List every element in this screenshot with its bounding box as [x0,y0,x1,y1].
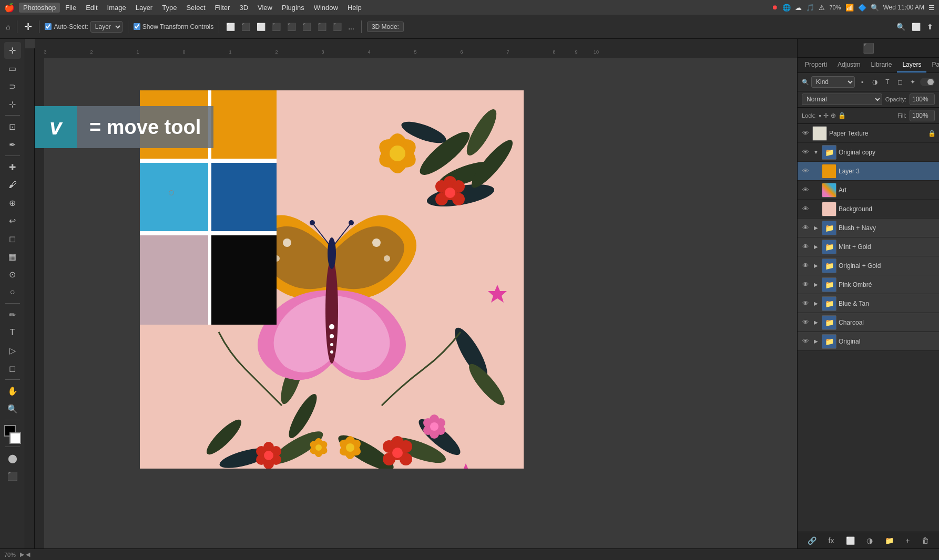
zoom-level[interactable]: 70% [4,552,16,558]
layer-visibility-toggle-blush-navy[interactable]: 👁 [801,223,810,233]
filter-text-icon[interactable]: T [882,77,893,87]
apple-menu[interactable]: 🍎 [4,3,15,13]
filter-shape-icon[interactable]: ◻ [895,77,905,87]
tool-healing[interactable]: ✚ [4,159,21,175]
filter-pixel-icon[interactable]: ▪ [857,77,867,87]
layer-item-original-gold[interactable]: 👁 ▶ 📁 Original + Gold [798,256,939,275]
tool-artboard[interactable]: ⬛ [4,468,21,484]
filter-adjust-icon[interactable]: ◑ [870,77,880,87]
menu-edit[interactable]: Edit [81,3,101,13]
tool-brush[interactable]: 🖌 [4,177,21,193]
layer-item-blush-navy[interactable]: 👁 ▶ 📁 Blush + Navy [798,219,939,237]
resize-icon[interactable]: ⬜ [910,21,922,33]
layers-list[interactable]: 👁 Paper Texture 🔒 👁 ▼ 📁 Original copy 👁 [798,124,939,532]
tool-shape[interactable]: ◻ [4,360,21,377]
layer-item-charcoal[interactable]: 👁 ▶ 📁 Charcoal [798,313,939,332]
menu-photoshop[interactable]: Photoshop [19,3,60,13]
layer-select[interactable]: Layer [90,21,123,33]
menu-window[interactable]: Window [310,3,342,13]
filter-toggle[interactable] [920,78,935,86]
layer-expand-original-copy[interactable]: ▼ [812,149,820,156]
lock-artboards-icon[interactable]: ⊕ [831,112,836,119]
layer-item-layer3[interactable]: 👁 Layer 3 [798,162,939,181]
layer-item-art[interactable]: 👁 Art [798,181,939,200]
layer-item-original-copy[interactable]: 👁 ▼ 📁 Original copy [798,143,939,162]
lock-pixels-icon[interactable]: ▪ [819,112,821,119]
layer-visibility-toggle-original[interactable]: 👁 [801,337,810,346]
canvas-area[interactable]: ©CatCoq [25,39,797,548]
layer-expand-original-gold[interactable]: ▶ [812,262,820,269]
layer-delete-icon[interactable]: 🗑 [922,536,929,545]
tool-blur[interactable]: ⊙ [4,266,21,283]
menu-layer[interactable]: Layer [131,3,157,13]
move-tool-icon[interactable]: ✛ [23,19,34,34]
home-button[interactable]: ⌂ [4,21,12,33]
layer-visibility-toggle-art[interactable]: 👁 [801,185,810,195]
tool-gradient[interactable]: ▦ [4,248,21,265]
tool-eyedropper[interactable]: ✒ [4,136,21,153]
search-icon[interactable]: 🔍 [871,4,879,12]
layer-item-mint-gold[interactable]: 👁 ▶ 📁 Mint + Gold [798,237,939,256]
show-transform-checkbox[interactable] [134,23,140,30]
layer-visibility-toggle-pink-ombre[interactable]: 👁 [801,280,810,289]
align-left-icon[interactable]: ⬜ [224,21,237,33]
tool-history-brush[interactable]: ↩ [4,212,21,229]
search-canvas-icon[interactable]: 🔍 [895,21,907,33]
layer-expand-pink-ombre[interactable]: ▶ [812,281,820,288]
tab-adjustments[interactable]: Adjustm [832,58,865,72]
layer-expand-charcoal[interactable]: ▶ [812,319,820,326]
tool-text[interactable]: T [4,324,21,341]
menu-type[interactable]: Type [158,3,181,13]
notification-icon[interactable]: ☰ [928,4,935,12]
tool-magic-wand[interactable]: ⊹ [4,96,21,112]
distribute-4-icon[interactable]: ⬛ [316,21,328,33]
distribute-3-icon[interactable]: ⬛ [301,21,313,33]
tab-paths[interactable]: Paths [926,58,939,72]
layer-visibility-toggle-layer3[interactable]: 👁 [801,167,810,176]
layer-visibility-toggle-original-gold[interactable]: 👁 [801,261,810,271]
menu-select[interactable]: Select [182,3,209,13]
background-color[interactable] [9,432,21,444]
align-right-icon[interactable]: ⬜ [255,21,267,33]
layer-expand-blush-navy[interactable]: ▶ [812,224,820,232]
layer-expand-mint-gold[interactable]: ▶ [812,243,820,251]
tool-lasso[interactable]: ⊃ [4,78,21,95]
menu-image[interactable]: Image [103,3,130,13]
filter-smart-icon[interactable]: ✦ [907,77,918,87]
layer-item-original[interactable]: 👁 ▶ 📁 Original [798,332,939,351]
tool-mask[interactable]: ⬤ [4,450,21,466]
tool-move[interactable]: ✛ [4,42,21,59]
blend-mode-select[interactable]: Normal [802,94,882,105]
menu-filter[interactable]: Filter [211,3,234,13]
expand-panel-icon[interactable]: ⬛ [863,43,874,54]
distribute-5-icon[interactable]: ⬛ [331,21,343,33]
layer-item-background[interactable]: 👁 Background [798,200,939,219]
menu-3d[interactable]: 3D [235,3,252,13]
layer-item-pink-ombre[interactable]: 👁 ▶ 📁 Pink Ombré [798,275,939,294]
fill-value[interactable]: 100% [910,110,935,121]
layer-kind-select[interactable]: Kind [811,76,855,88]
layer-visibility-toggle-mint-gold[interactable]: 👁 [801,242,810,252]
layer-visibility-toggle-blue-tan[interactable]: 👁 [801,299,810,308]
tab-properties[interactable]: Properti [800,58,832,72]
tool-marquee[interactable]: ▭ [4,60,21,77]
layer-mask-icon[interactable]: ⬜ [846,536,855,545]
lock-all-icon[interactable]: 🔒 [838,112,846,119]
layer-adjustment-icon[interactable]: ◑ [866,536,873,545]
tab-layers[interactable]: Layers [897,58,926,72]
layer-visibility-toggle-original-copy[interactable]: 👁 [801,148,810,157]
layer-item-paper-texture[interactable]: 👁 Paper Texture 🔒 [798,124,939,143]
tab-libraries[interactable]: Librarie [865,58,897,72]
menu-file[interactable]: File [61,3,80,13]
tool-stamp[interactable]: ⊕ [4,194,21,211]
tool-crop[interactable]: ⊡ [4,118,21,135]
layer-link-icon[interactable]: 🔗 [808,536,816,545]
menu-help[interactable]: Help [343,3,366,13]
more-icon[interactable]: ... [346,21,356,33]
tool-pen[interactable]: ✏ [4,306,21,323]
layer-visibility-toggle-background[interactable]: 👁 [801,204,810,214]
opacity-value[interactable]: 100% [910,94,935,105]
tool-eraser[interactable]: ◻ [4,230,21,247]
layer-expand-original[interactable]: ▶ [812,338,820,345]
tool-path-select[interactable]: ▷ [4,342,21,359]
